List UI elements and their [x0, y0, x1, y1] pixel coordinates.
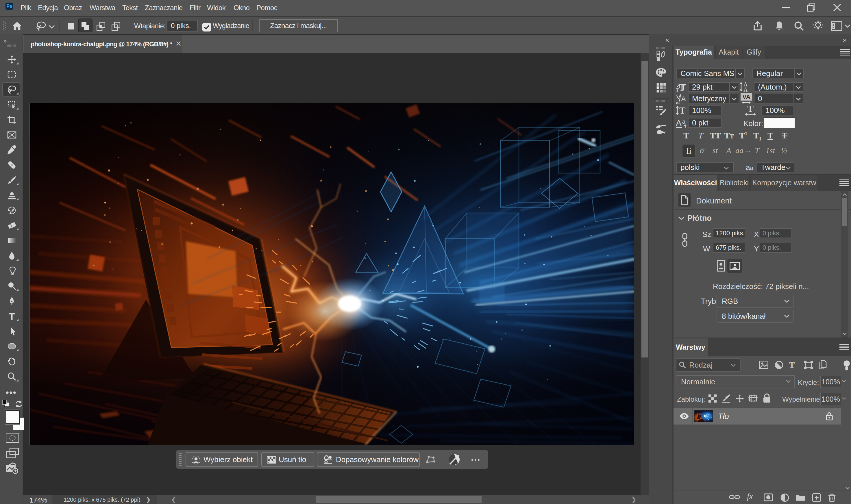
svg-text:A: A [743, 86, 748, 92]
svg-text:T: T [679, 82, 685, 92]
svg-text:A: A [681, 95, 686, 102]
svg-text:T: T [676, 87, 679, 92]
svg-text:a: a [682, 119, 686, 125]
svg-text:T: T [679, 105, 685, 115]
svg-text:A: A [676, 118, 681, 128]
svg-text:T: T [747, 105, 754, 114]
